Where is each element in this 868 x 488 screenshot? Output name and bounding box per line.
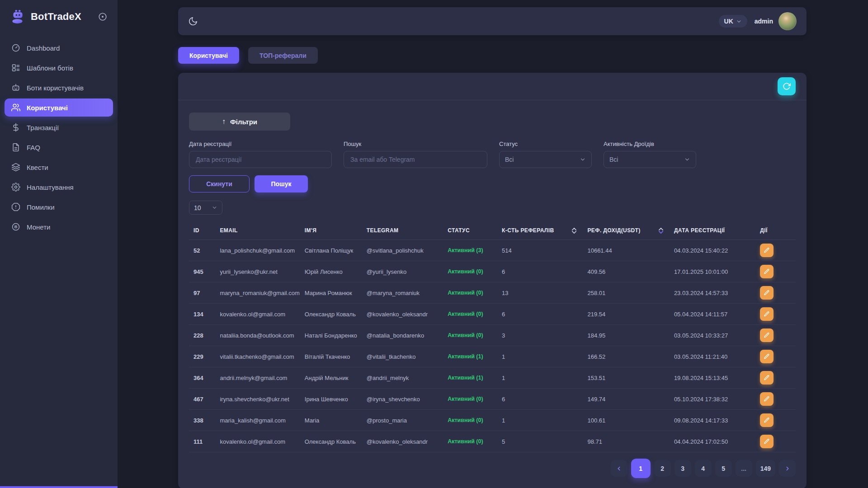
- edit-button[interactable]: [760, 350, 774, 363]
- app-title: BotTradeX: [31, 11, 81, 23]
- cell-income: 219.54: [583, 304, 669, 325]
- search-input[interactable]: [344, 151, 487, 168]
- page-button-3[interactable]: 3: [675, 460, 691, 477]
- sidebar-item-dashboard[interactable]: Dashboard: [5, 39, 113, 57]
- tab-top-referrals[interactable]: ТОП-реферали: [248, 47, 318, 64]
- users-panel: ↑ Фільтри Дата реєстрації Пошук Статус В…: [178, 73, 807, 488]
- topbar-right: UK admin: [719, 12, 797, 30]
- cell-email: maryna_romaniuk@gmail.com: [215, 282, 300, 304]
- sidebar-item-errors[interactable]: Помилки: [5, 198, 113, 216]
- sort-icon[interactable]: [572, 228, 576, 234]
- edit-button[interactable]: [760, 307, 774, 321]
- page-size-select[interactable]: 10: [189, 201, 222, 215]
- filter-search: Пошук: [344, 141, 487, 168]
- cell-income: 166.52: [583, 346, 669, 367]
- edit-button[interactable]: [760, 413, 774, 427]
- page-button-5[interactable]: 5: [715, 460, 732, 477]
- table-body: 52 lana_polishchuk@gmail.com Світлана По…: [189, 240, 796, 452]
- droid-activity-select[interactable]: Всі: [604, 151, 696, 168]
- sidebar-item-label: FAQ: [27, 144, 40, 151]
- pencil-icon: [764, 247, 770, 253]
- page-button-1[interactable]: 1: [631, 459, 651, 478]
- user-avatar[interactable]: [778, 12, 797, 30]
- edit-button[interactable]: [760, 265, 774, 278]
- col-email: EMAIL: [215, 223, 300, 240]
- filter-label: Активність Дроїдів: [604, 141, 696, 147]
- cell-actions: [755, 304, 796, 325]
- refresh-button[interactable]: [778, 77, 796, 95]
- sidebar-item-quests[interactable]: Квести: [5, 158, 113, 176]
- next-page-button[interactable]: [779, 460, 796, 477]
- cell-status: Активний (0): [443, 410, 497, 431]
- sidebar-item-users[interactable]: Користувачі: [5, 99, 113, 117]
- Олександр Коваль: 134 kovalenko.ol@gmail.com Олександр Ков…: [189, 304, 796, 325]
- col-actions: ДІЇ: [755, 223, 796, 240]
- cell-actions: [755, 346, 796, 367]
- tab-users[interactable]: Користувачі: [178, 47, 239, 64]
- cell-name: Наталі Бондаренко: [300, 325, 362, 346]
- sidebar-collapse-icon[interactable]: [98, 12, 108, 22]
- cell-telegram: @natalia_bondarenko: [362, 325, 443, 346]
- sidebar-item-transactions[interactable]: Транзакції: [5, 118, 113, 136]
- cell-referrals: 1: [497, 367, 583, 389]
- sidebar-item-settings[interactable]: Налаштування: [5, 178, 113, 196]
- pencil-icon: [764, 396, 770, 402]
- search-button[interactable]: Пошук: [255, 175, 308, 192]
- cell-date: 09.08.2024 14:17:33: [670, 410, 755, 431]
- registration-date-input[interactable]: [189, 151, 332, 168]
- filters-row: Дата реєстрації Пошук Статус Всі Активні…: [189, 141, 796, 168]
- language-selector[interactable]: UK: [719, 15, 747, 28]
- cell-telegram: @kovalenko_oleksandr: [362, 431, 443, 452]
- moon-icon[interactable]: [188, 16, 198, 26]
- sidebar-item-user-bots[interactable]: Боти користувачів: [5, 79, 113, 97]
- cell-actions: [755, 325, 796, 346]
- sort-icon-active-desc[interactable]: [659, 228, 663, 234]
- quests-icon: [11, 163, 20, 172]
- pagination: 1 2 3 4 5: [189, 459, 796, 478]
- sidebar-item-bot-templates[interactable]: Шаблони ботів: [5, 59, 113, 77]
- settings-icon: [11, 183, 20, 192]
- cell-name: Ірина Шевченко: [300, 389, 362, 410]
- edit-button[interactable]: [760, 328, 774, 342]
- cell-telegram: @prosto_maria: [362, 410, 443, 431]
- cell-id: 945: [189, 261, 215, 282]
- Maria: 338 maria_kalish@gmail.com Maria @prosto…: [189, 410, 796, 431]
- sidebar-item-label: Шаблони ботів: [27, 64, 73, 72]
- cell-actions: [755, 410, 796, 431]
- panel-divider: [178, 100, 807, 100]
- pencil-icon: [764, 268, 770, 275]
- chevron-down-icon: [736, 19, 742, 24]
- cell-id: 364: [189, 367, 215, 389]
- edit-button[interactable]: [760, 371, 774, 385]
- status-select[interactable]: Всі: [499, 151, 592, 168]
- filter-label: Статус: [499, 141, 592, 147]
- edit-button[interactable]: [760, 392, 774, 406]
- sidebar-item-faq[interactable]: FAQ: [5, 138, 113, 156]
- pencil-icon: [764, 353, 770, 360]
- edit-button[interactable]: [760, 244, 774, 257]
- users-table: ID EMAIL ІМ'Я TELEGRAM СТАТУС К-СТЬ РЕФЕ…: [189, 223, 796, 452]
- edit-button[interactable]: [760, 286, 774, 300]
- sidebar-item-label: Боти користувачів: [27, 84, 84, 92]
- cell-income: 98.71: [583, 431, 669, 452]
- cell-id: 97: [189, 282, 215, 304]
- page-button-4[interactable]: 4: [695, 460, 712, 477]
- reset-button[interactable]: Скинути: [189, 175, 250, 192]
- page-button-2[interactable]: 2: [654, 460, 671, 477]
- sidebar-item-coins[interactable]: B Монети: [5, 218, 113, 236]
- filters-toggle-button[interactable]: ↑ Фільтри: [189, 113, 290, 131]
- cell-status: Активний (1): [443, 346, 497, 367]
- cell-name: Юрій Лисенко: [300, 261, 362, 282]
- cell-email: lana_polishchuk@gmail.com: [215, 240, 300, 261]
- cell-actions: [755, 431, 796, 452]
- page-button-149[interactable]: 149: [756, 460, 775, 477]
- edit-button[interactable]: [760, 435, 774, 448]
- col-id: ID: [189, 223, 215, 240]
- filters-toggle-label: Фільтри: [230, 118, 257, 126]
- cell-status: Активний (0): [443, 325, 497, 346]
- cell-email: yurii_lysenko@ukr.net: [215, 261, 300, 282]
- cell-date: 05.04.2024 14:11:57: [670, 304, 755, 325]
- prev-page-button[interactable]: [611, 460, 627, 477]
- cell-date: 23.03.2024 14:57:33: [670, 282, 755, 304]
- svg-text:B: B: [14, 225, 18, 229]
